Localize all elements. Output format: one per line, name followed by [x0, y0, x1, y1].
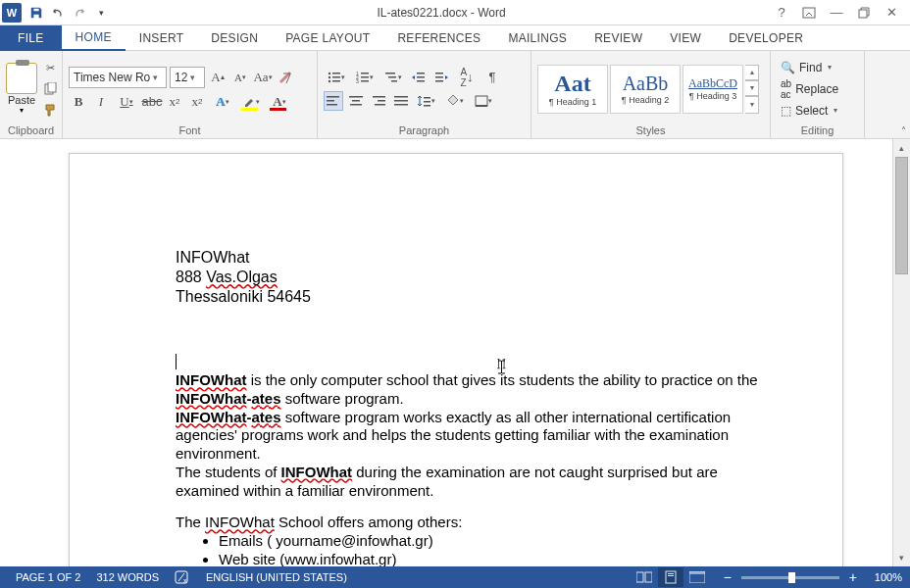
align-right-button[interactable]	[369, 91, 388, 111]
close-button[interactable]: ✕	[881, 2, 902, 24]
replace-button[interactable]: abacReplace	[777, 79, 842, 99]
styles-scroll-down[interactable]: ▾	[745, 80, 759, 96]
list-item[interactable]: Emails ( yourname@infowhat.gr)	[219, 532, 764, 551]
text-effects-button[interactable]: A▾	[210, 92, 235, 112]
page-indicator[interactable]: PAGE 1 OF 2	[8, 571, 88, 583]
tab-page-layout[interactable]: PAGE LAYOUT	[272, 25, 383, 51]
font-size-combo[interactable]: 12▾	[170, 67, 205, 88]
strikethrough-button[interactable]: abc	[142, 92, 162, 112]
doc-line[interactable]: INFOWhat	[176, 248, 764, 268]
tab-view[interactable]: VIEW	[656, 25, 715, 51]
subscript-button[interactable]: x2	[165, 92, 184, 112]
styles-scroll-up[interactable]: ▴	[745, 65, 759, 80]
tab-insert[interactable]: INSERT	[126, 25, 198, 51]
doc-line[interactable]: 888 Vas.Olgas	[176, 268, 764, 287]
web-layout-button[interactable]	[684, 567, 710, 587]
align-center-button[interactable]	[346, 91, 366, 111]
save-button[interactable]	[25, 2, 47, 24]
font-name-combo[interactable]: Times New Ro▾	[69, 67, 167, 88]
restore-button[interactable]	[853, 2, 875, 24]
document-body[interactable]: INFOWhat 888 Vas.Olgas Thessaloniki 5464…	[176, 248, 764, 566]
style-heading1[interactable]: Aat ¶ Heading 1	[537, 65, 608, 114]
select-button[interactable]: ⬚Select▾	[777, 101, 842, 121]
style-heading2[interactable]: AaBb ¶ Heading 2	[610, 65, 681, 114]
zoom-in-button[interactable]: +	[845, 569, 861, 585]
document-canvas[interactable]: INFOWhat 888 Vas.Olgas Thessaloniki 5464…	[0, 139, 892, 566]
scroll-thumb[interactable]	[895, 157, 908, 274]
styles-more[interactable]: ▾	[745, 96, 759, 114]
line-spacing-button[interactable]: ▾	[414, 91, 439, 111]
list-item[interactable]: Web site (www.infowhat.gr)	[219, 551, 764, 566]
style-heading3[interactable]: AaBbCcD ¶ Heading 3	[682, 65, 743, 114]
sort-button[interactable]: AZ↓	[454, 68, 480, 87]
page[interactable]: INFOWhat 888 Vas.Olgas Thessaloniki 5464…	[69, 153, 843, 566]
svg-rect-35	[394, 100, 408, 102]
print-layout-button[interactable]	[658, 567, 683, 587]
doc-paragraph[interactable]: INFOWhat is the only computer school tha…	[176, 371, 764, 409]
tab-review[interactable]: REVIEW	[581, 25, 656, 51]
grow-font-button[interactable]: A▴	[208, 68, 228, 87]
zoom-slider[interactable]	[741, 576, 839, 579]
increase-indent-button[interactable]	[431, 68, 451, 87]
shrink-font-button[interactable]: A▾	[230, 68, 250, 87]
tab-references[interactable]: REFERENCES	[383, 25, 494, 51]
justify-button[interactable]	[391, 91, 411, 111]
doc-paragraph[interactable]: The INFOWhat School offers among others:	[176, 514, 764, 532]
tab-design[interactable]: DESIGN	[197, 25, 272, 51]
tab-file[interactable]: FILE	[0, 25, 62, 51]
format-painter-button[interactable]	[41, 101, 59, 119]
zoom-slider-thumb[interactable]	[788, 572, 795, 583]
highlight-button[interactable]: ▾	[238, 92, 264, 112]
doc-paragraph[interactable]: The students of INFOWhat during the exam…	[176, 464, 764, 501]
decrease-indent-button[interactable]	[409, 68, 429, 87]
svg-rect-21	[417, 80, 425, 82]
paste-dropdown[interactable]: ▾	[20, 106, 24, 115]
view-buttons	[632, 567, 710, 587]
bullets-button[interactable]: ▾	[324, 68, 349, 87]
borders-button[interactable]: ▾	[471, 91, 496, 111]
italic-button[interactable]: I	[91, 92, 111, 112]
superscript-button[interactable]: x2	[187, 92, 207, 112]
tab-developer[interactable]: DEVELOPER	[715, 25, 817, 51]
bold-button[interactable]: B	[69, 92, 88, 112]
bullet-list[interactable]: Emails ( yourname@infowhat.gr) Web site …	[219, 532, 764, 566]
word-count[interactable]: 312 WORDS	[88, 571, 167, 583]
spelling-status[interactable]: x	[167, 570, 198, 584]
read-mode-button[interactable]	[632, 567, 657, 587]
help-button[interactable]: ?	[771, 2, 792, 24]
font-color-button[interactable]: A▾	[267, 92, 292, 112]
select-icon: ⬚	[781, 104, 791, 118]
underline-button[interactable]: U▾	[114, 92, 139, 112]
clear-formatting-button[interactable]	[276, 68, 295, 87]
doc-paragraph[interactable]: INFOWhat-ates software program works exa…	[176, 409, 764, 464]
change-case-button[interactable]: Aa▾	[253, 68, 273, 87]
undo-button[interactable]	[47, 2, 69, 24]
qat-customize-button[interactable]: ▾	[90, 2, 112, 24]
doc-line[interactable]	[176, 352, 764, 371]
doc-line[interactable]: Thessaloniki 54645	[176, 287, 764, 307]
svg-rect-36	[394, 104, 408, 106]
language-indicator[interactable]: ENGLISH (UNITED STATES)	[198, 571, 355, 583]
find-button[interactable]: 🔍Find▾	[777, 58, 842, 77]
shading-button[interactable]: ▾	[442, 91, 468, 111]
ribbon-display-button[interactable]	[798, 2, 820, 24]
multilevel-list-button[interactable]: ▾	[380, 68, 406, 87]
cut-button[interactable]: ✂	[41, 60, 59, 77]
collapse-ribbon-button[interactable]: ˄	[901, 125, 906, 136]
show-hide-button[interactable]: ¶	[482, 68, 502, 87]
paste-button[interactable]: Paste	[8, 94, 35, 106]
numbering-button[interactable]: 123▾	[352, 68, 378, 87]
svg-rect-46	[666, 571, 676, 583]
redo-button[interactable]	[69, 2, 90, 24]
tab-mailings[interactable]: MAILINGS	[494, 25, 581, 51]
scroll-track[interactable]	[893, 157, 910, 549]
zoom-out-button[interactable]: −	[720, 569, 735, 585]
align-left-button[interactable]	[324, 91, 343, 111]
copy-button[interactable]	[41, 80, 59, 98]
minimize-button[interactable]: —	[826, 2, 847, 24]
tab-home[interactable]: HOME	[62, 25, 126, 51]
scroll-up-button[interactable]: ▴	[893, 139, 910, 157]
vertical-scrollbar[interactable]: ▴ ▾	[892, 139, 910, 566]
zoom-level[interactable]: 100%	[875, 571, 902, 583]
scroll-down-button[interactable]: ▾	[893, 549, 910, 566]
